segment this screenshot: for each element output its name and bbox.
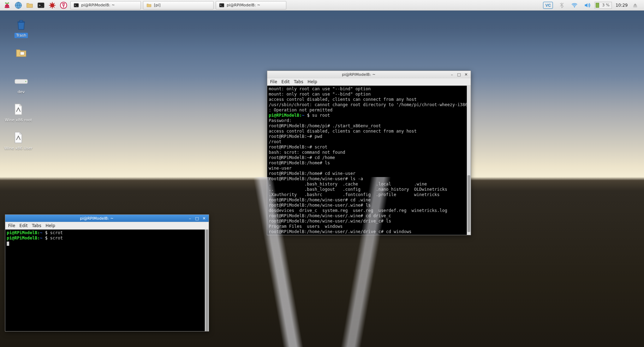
- terminal-icon[interactable]: >_: [37, 1, 45, 10]
- system-tray: VC 3 % 10:29: [542, 1, 643, 9]
- close-button[interactable]: ✕: [201, 216, 207, 221]
- icon-label: Trash: [14, 33, 28, 38]
- svg-point-3: [5, 6, 6, 8]
- menu-help[interactable]: Help: [46, 223, 55, 228]
- vnc-icon[interactable]: VC: [543, 2, 553, 9]
- window-title: pi@RPiModelB: ~: [269, 72, 449, 77]
- scrollbar[interactable]: [205, 230, 209, 331]
- minimize-button[interactable]: –: [187, 216, 193, 221]
- scrollbar[interactable]: [467, 86, 471, 235]
- titlebar[interactable]: pi@RPiModelB: ~ – □ ✕: [5, 215, 209, 222]
- minesweeper-icon[interactable]: [48, 1, 56, 10]
- desktop-icon-dev[interactable]: dev: [7, 74, 35, 94]
- minimize-button[interactable]: –: [449, 72, 455, 77]
- icon-label: dev: [18, 90, 25, 94]
- bluetooth-icon[interactable]: [558, 1, 566, 9]
- script-icon: [11, 130, 25, 145]
- drive-icon: [14, 74, 28, 88]
- cpu-usage[interactable]: 3 %: [595, 2, 612, 9]
- menu-help[interactable]: Help: [308, 79, 317, 84]
- menubar: File Edit Tabs Help: [5, 222, 209, 230]
- script-icon: [11, 102, 25, 116]
- window-controls: – □ ✕: [187, 216, 207, 221]
- task-label: pi@RPiModelB: ~: [81, 3, 115, 7]
- svg-text:>_: >_: [220, 4, 223, 7]
- menubar: File Edit Tabs Help: [267, 78, 471, 86]
- folder-icon: [146, 2, 152, 8]
- desktop-icon-wine-user[interactable]: Wine x86 User: [4, 130, 32, 151]
- menu-edit[interactable]: Edit: [281, 79, 290, 84]
- menu-edit[interactable]: Edit: [19, 223, 28, 228]
- desktop-icon-docs[interactable]: [7, 46, 35, 61]
- folder-icon: [14, 46, 28, 60]
- window-title: pi@RPiModelB: ~: [7, 216, 187, 221]
- trash-icon: [14, 18, 28, 32]
- terminal-output[interactable]: mount: only root can use "--bind" option…: [267, 86, 471, 235]
- svg-point-22: [25, 81, 26, 82]
- desktop-icon-wine-root[interactable]: Wine x86 root: [4, 102, 32, 122]
- task-label: pi@RPiModelB: ~: [227, 3, 260, 7]
- desktop-icon-trash[interactable]: Trash: [7, 18, 35, 38]
- terminal-window-root[interactable]: pi@RPiModelB: ~ – □ ✕ File Edit Tabs Hel…: [267, 71, 471, 235]
- volume-icon[interactable]: [583, 1, 591, 9]
- svg-point-4: [8, 6, 9, 8]
- file-manager-icon[interactable]: [25, 1, 34, 10]
- maximize-button[interactable]: □: [194, 216, 200, 221]
- raspberry-menu-icon[interactable]: [3, 1, 11, 10]
- terminal-icon: >_: [73, 2, 79, 8]
- svg-text:>_: >_: [39, 3, 43, 7]
- icon-label: Wine x86 User: [4, 146, 32, 151]
- svg-rect-20: [20, 52, 24, 55]
- terminal-output[interactable]: pi@RPiModelB:~ $ scrot pi@RPiModelB:~ $ …: [5, 230, 209, 331]
- wine-icon[interactable]: [59, 1, 68, 10]
- terminal-window-pi[interactable]: pi@RPiModelB: ~ – □ ✕ File Edit Tabs Hel…: [5, 214, 209, 331]
- svg-text:>_: >_: [74, 4, 77, 7]
- eject-icon[interactable]: [631, 1, 639, 9]
- menu-file[interactable]: File: [270, 79, 277, 84]
- terminal-icon: >_: [219, 2, 225, 8]
- icon-label: Wine x86 root: [5, 118, 32, 122]
- svg-point-19: [574, 6, 575, 7]
- maximize-button[interactable]: □: [456, 72, 462, 77]
- titlebar[interactable]: pi@RPiModelB: ~ – □ ✕: [267, 71, 471, 78]
- svg-point-5: [6, 4, 8, 5]
- menu-tabs[interactable]: Tabs: [32, 223, 41, 228]
- menu-file[interactable]: File: [8, 223, 15, 228]
- task-label: [pi]: [154, 3, 161, 7]
- svg-point-2: [6, 6, 8, 8]
- menu-tabs[interactable]: Tabs: [294, 79, 303, 84]
- taskbar: >_ >_ pi@RPiModelB: ~ [pi] >_ pi@RPiMode…: [0, 0, 644, 11]
- task-button-terminal-2[interactable]: >_ pi@RPiModelB: ~: [216, 1, 286, 10]
- close-button[interactable]: ✕: [463, 72, 469, 77]
- task-button-terminal-1[interactable]: >_ pi@RPiModelB: ~: [70, 1, 141, 10]
- task-button-file-manager[interactable]: [pi]: [143, 1, 214, 10]
- clock[interactable]: 10:29: [615, 3, 628, 8]
- window-controls: – □ ✕: [449, 72, 469, 77]
- wifi-icon[interactable]: [571, 1, 578, 9]
- web-browser-icon[interactable]: [14, 1, 23, 10]
